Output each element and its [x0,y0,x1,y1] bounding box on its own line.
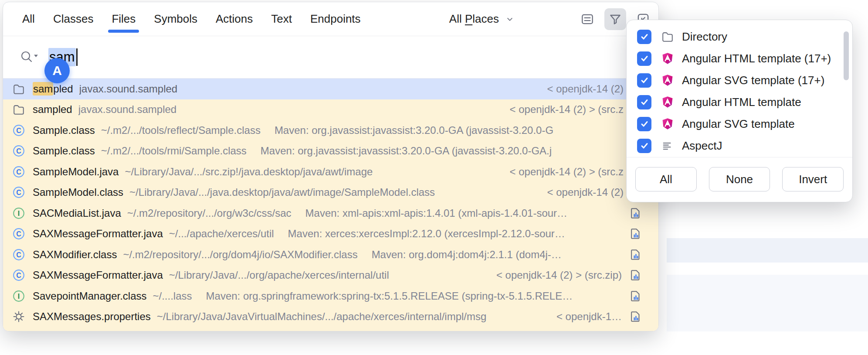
tab-endpoints[interactable]: Endpoints [310,2,361,36]
background-band [667,238,868,263]
result-path: ~/.../apache/xerces/util [169,228,274,240]
chevron-down-icon [504,14,515,25]
result-row[interactable]: C SAXModifier.class ~/.m2/repository/...… [3,244,658,265]
filter-invert-button[interactable]: Invert [782,167,844,191]
result-name: sampled [33,83,73,95]
folder-icon [12,102,26,116]
result-row[interactable]: sampled javax.sound.sampled < openjdk-14… [3,79,658,99]
angular-icon [661,52,674,65]
interface-icon: I [12,289,26,303]
filter-button[interactable] [604,8,626,30]
svg-text:C: C [16,126,21,134]
result-row[interactable]: C SampleModel.java ~/Library/Java/.../sr… [3,161,658,182]
class-icon: C [12,248,26,262]
search-icon [20,49,40,65]
library-icon [629,206,643,220]
result-row[interactable]: I SACMediaList.java ~/.m2/repository/...… [3,203,658,224]
result-name: SAXMessageFormatter.java [33,269,163,281]
tab-all[interactable]: All [22,2,35,36]
angular-icon [661,117,674,130]
filter-item-label: Angular SVG template (17+) [682,74,824,87]
tab-classes[interactable]: Classes [53,2,93,36]
result-path: ~/.m2/.../tools/rmi/Sample.class [101,145,247,157]
result-path: ~/....lass [153,290,192,302]
tab-symbols[interactable]: Symbols [154,2,197,36]
result-name: SAXMessages.properties [33,311,151,323]
result-name: Sample.class [33,124,95,137]
filter-item-angular-html-template-17[interactable]: Angular HTML template (17+) [627,48,852,69]
filter-all-button[interactable]: All [635,167,697,191]
result-path: ~/.m2/.../tools/reflect/Sample.class [101,124,261,137]
result-row[interactable]: C Sample.class ~/.m2/.../tools/rmi/Sampl… [3,141,658,162]
svg-text:I: I [18,209,20,217]
svg-text:C: C [16,147,21,155]
result-row[interactable]: SAXMessages.properties ~/.m2/.../.../msg… [3,327,658,331]
file-type-filter-popup: Directory Angular HTML template (17+) An… [626,20,853,202]
result-row[interactable]: C SAXMessageFormatter.java ~/.../apache/… [3,224,658,245]
svg-text:C: C [16,168,21,175]
checkbox-checked[interactable] [637,139,651,153]
filter-item-angular-html-template[interactable]: Angular HTML template [627,91,852,113]
tabs: AllClassesFilesSymbolsActionsTextEndpoin… [22,2,379,36]
search-tab-bar: AllClassesFilesSymbolsActionsTextEndpoin… [3,2,658,36]
preview-button[interactable] [576,8,598,30]
aspectj-icon [661,139,674,152]
result-row[interactable]: sampled javax.sound.sampled < openjdk-14… [3,99,658,120]
filter-buttons: AllNoneInvert [627,157,852,202]
checkbox-checked[interactable] [637,95,651,109]
tab-files[interactable]: Files [112,2,136,36]
filter-item-angular-svg-template-17[interactable]: Angular SVG template (17+) [627,69,852,91]
result-origin: Maven: org.dom4j:dom4j:2.1.1 (dom4j-… [372,249,622,261]
result-origin: Maven: xml-apis:xml-apis:1.4.01 (xml-api… [305,207,622,219]
result-name: SAXMessageFormatter.java [33,228,163,240]
result-row[interactable]: I SavepointManager.class ~/....lass Mave… [3,286,658,307]
result-path: ~/.m2/repository/.../org/w3c/css/sac [127,207,292,219]
checkbox-checked[interactable] [637,30,651,44]
result-row[interactable]: C Sample.class ~/.m2/.../tools/reflect/S… [3,120,658,141]
result-path: ~/Library/Java/JavaVirtualMachines/.../a… [157,311,487,323]
checkbox-checked[interactable] [637,73,651,88]
folder-icon [661,30,674,43]
checkbox-checked[interactable] [637,117,651,131]
svg-text:C: C [16,230,21,238]
filter-item-label: Angular HTML template [682,96,801,109]
result-name: sampled [33,103,72,116]
library-icon [629,289,643,303]
svg-text:I: I [18,292,20,300]
library-icon [629,248,643,262]
checkbox-checked[interactable] [637,51,651,66]
properties-icon [12,310,26,324]
tab-text[interactable]: Text [271,2,292,36]
search-results-list: sampled javax.sound.sampled < openjdk-14… [3,79,658,331]
svg-text:C: C [16,189,21,196]
filter-item-directory[interactable]: Directory [627,26,852,48]
preview-icon [580,12,595,27]
class-icon: C [12,123,26,137]
result-row[interactable]: C SampleModel.class ~/Library/Java/.../j… [3,182,658,203]
scope-selector[interactable]: All Places [449,12,515,26]
result-path: javax.sound.sampled [78,103,176,116]
result-origin: Maven: org.javassist:javassist:3.20.0-GA… [275,124,624,137]
filter-item-label: AspectJ [682,139,722,153]
filter-item-angular-svg-template[interactable]: Angular SVG template [627,113,852,135]
library-icon [629,227,643,241]
filter-items: Directory Angular HTML template (17+) An… [627,20,852,157]
properties-icon [12,331,26,331]
class-icon: C [12,227,26,241]
scope-label: All Places [449,12,499,26]
class-icon: C [12,144,26,158]
filter-none-button[interactable]: None [709,167,770,191]
svg-text:C: C [16,251,21,258]
search-input[interactable]: sam [3,36,658,79]
text-caret [76,48,78,66]
filter-item-aspectj[interactable]: AspectJ [627,135,852,157]
class-icon: C [12,165,26,179]
result-row[interactable]: SAXMessages.properties ~/Library/Java/Ja… [3,307,658,328]
tab-actions[interactable]: Actions [216,2,253,36]
result-row[interactable]: C SAXMessageFormatter.java ~/Library/Jav… [3,265,658,286]
result-name: SampleModel.java [33,166,119,178]
scrollbar-thumb[interactable] [844,31,849,80]
result-origin: Maven: org.javassist:javassist:3.20.0-GA… [261,145,624,157]
library-icon [629,268,643,282]
class-icon: C [12,268,26,282]
